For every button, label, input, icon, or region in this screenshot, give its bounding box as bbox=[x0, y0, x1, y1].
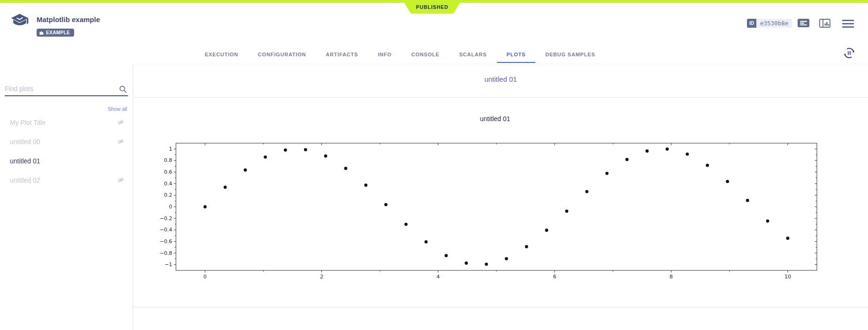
tab-plots[interactable]: PLOTS bbox=[497, 47, 536, 63]
example-tag-badge: EXAMPLE bbox=[37, 29, 74, 37]
plots-sidebar: Show all My Plot Title untitled 00 bbox=[0, 64, 133, 330]
svg-text:0.8: 0.8 bbox=[164, 157, 173, 163]
plot-search bbox=[5, 84, 128, 97]
auto-refresh-button[interactable] bbox=[843, 46, 856, 61]
svg-text:4: 4 bbox=[436, 274, 440, 280]
id-badge: ID bbox=[747, 19, 756, 28]
plot-group-title: untitled 01 bbox=[133, 75, 868, 83]
eye-off-icon[interactable] bbox=[117, 119, 124, 127]
plot-list: My Plot Title untitled 00 bbox=[0, 113, 133, 190]
svg-text:2: 2 bbox=[320, 274, 323, 280]
svg-text:−0.2: −0.2 bbox=[160, 215, 172, 222]
app-window: PUBLISHED Matplotlib example EXAMPLE ID … bbox=[0, 0, 868, 330]
plot-card: untitled 01 0246810−1−0.8−0.6−0.4−0.200.… bbox=[133, 97, 868, 307]
svg-text:−1: −1 bbox=[165, 261, 172, 268]
task-title: Matplotlib example bbox=[37, 15, 100, 23]
search-icon[interactable] bbox=[119, 85, 127, 95]
task-type-icon bbox=[9, 12, 30, 32]
status-ribbon: PUBLISHED bbox=[403, 0, 462, 14]
overflow-menu-button[interactable] bbox=[842, 19, 854, 30]
tab-info[interactable]: INFO bbox=[368, 47, 401, 63]
details-icon bbox=[799, 20, 808, 26]
tab-debug-samples[interactable]: DEBUG SAMPLES bbox=[535, 47, 605, 63]
svg-text:1: 1 bbox=[169, 146, 172, 152]
svg-text:0.6: 0.6 bbox=[164, 169, 173, 175]
header-content-divider bbox=[133, 64, 868, 64]
show-all-link[interactable]: Show all bbox=[107, 106, 127, 112]
plot-list-item-untitled-00[interactable]: untitled 00 bbox=[0, 132, 133, 151]
auto-refresh-pause-icon bbox=[843, 46, 856, 60]
task-tab-bar: EXECUTION CONFIGURATION ARTIFACTS INFO C… bbox=[0, 47, 800, 63]
plot-item-label: My Plot Title bbox=[10, 119, 46, 126]
plot-item-label: untitled 01 bbox=[10, 157, 40, 165]
svg-text:6: 6 bbox=[553, 274, 556, 280]
plot-item-label: untitled 00 bbox=[10, 138, 40, 146]
hamburger-menu-icon bbox=[842, 19, 854, 28]
eye-off-icon[interactable] bbox=[117, 177, 124, 185]
svg-text:−0.4: −0.4 bbox=[160, 227, 172, 233]
svg-text:8: 8 bbox=[670, 274, 673, 280]
plot-list-item-untitled-02[interactable]: untitled 02 bbox=[0, 170, 133, 190]
example-tag-label: EXAMPLE bbox=[46, 30, 70, 35]
plot-item-label: untitled 02 bbox=[10, 177, 40, 184]
svg-text:0.2: 0.2 bbox=[164, 192, 173, 198]
search-input[interactable] bbox=[5, 84, 128, 96]
tab-execution[interactable]: EXECUTION bbox=[195, 47, 248, 63]
side-panel-toggle-button[interactable] bbox=[819, 19, 830, 30]
task-id-value: e3530b8e bbox=[756, 19, 792, 28]
scatter-plot-canvas[interactable]: 0246810−1−0.8−0.6−0.4−0.200.20.40.60.81 bbox=[150, 138, 840, 283]
status-ribbon-label: PUBLISHED bbox=[416, 4, 449, 10]
svg-text:0: 0 bbox=[204, 274, 207, 280]
tab-console[interactable]: CONSOLE bbox=[402, 47, 449, 63]
svg-text:0: 0 bbox=[169, 204, 172, 210]
eye-off-icon[interactable] bbox=[117, 138, 124, 146]
task-details-button[interactable] bbox=[798, 19, 809, 27]
task-id-chip[interactable]: ID e3530b8e bbox=[747, 19, 792, 28]
puzzle-icon bbox=[39, 30, 44, 35]
tab-scalars[interactable]: SCALARS bbox=[449, 47, 497, 63]
plot-list-item-untitled-01[interactable]: untitled 01 bbox=[0, 151, 133, 170]
tab-artifacts[interactable]: ARTIFACTS bbox=[316, 47, 368, 63]
svg-text:−0.8: −0.8 bbox=[160, 250, 172, 256]
plot-title: untitled 01 bbox=[150, 115, 840, 123]
svg-text:0.4: 0.4 bbox=[164, 181, 173, 187]
plot-list-item-my-plot-title[interactable]: My Plot Title bbox=[0, 113, 133, 132]
tab-configuration[interactable]: CONFIGURATION bbox=[248, 47, 316, 63]
svg-text:10: 10 bbox=[784, 274, 791, 280]
svg-text:−0.6: −0.6 bbox=[160, 238, 172, 245]
side-panel-chart-icon bbox=[819, 19, 830, 28]
